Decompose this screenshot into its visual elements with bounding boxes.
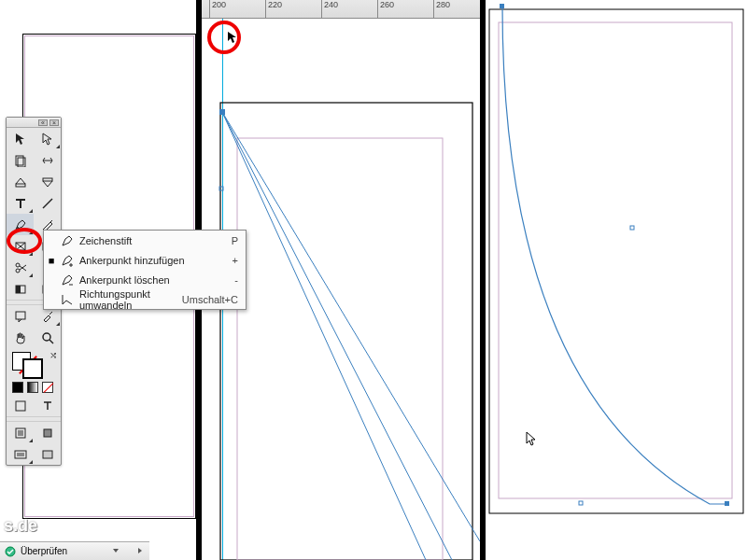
content-placer-tool[interactable]: [34, 171, 61, 192]
svg-rect-4: [43, 178, 52, 181]
flyout-shortcut: +: [233, 255, 238, 266]
svg-rect-25: [17, 453, 24, 456]
horizontal-ruler[interactable]: 200 220 240 260 280: [202, 0, 480, 19]
convert-point-icon: [59, 293, 76, 306]
svg-rect-18: [16, 312, 25, 319]
flyout-item-pen[interactable]: Zeichenstift P: [44, 231, 246, 250]
formatting-container-icon[interactable]: [7, 395, 34, 416]
svg-point-5: [17, 227, 19, 229]
line-tool[interactable]: [34, 192, 61, 214]
toolbox-collapse-icon[interactable]: «: [38, 119, 48, 126]
flyout-shortcut: P: [232, 235, 238, 246]
content-collector-tool[interactable]: [7, 171, 34, 192]
direct-selection-tool[interactable]: [34, 128, 61, 149]
screen-mode-secondary[interactable]: [34, 443, 61, 465]
svg-rect-33: [500, 4, 504, 8]
pen-tool-flyout: Zeichenstift P ■ Ankerpunkt hinzufügen +…: [43, 230, 247, 310]
flyout-item-delete-anchor[interactable]: Ankerpunkt löschen -: [44, 270, 246, 289]
pen-tool[interactable]: [7, 214, 34, 235]
svg-rect-16: [16, 286, 21, 293]
panel-right: [486, 0, 747, 560]
toolbox-header[interactable]: « ×: [7, 118, 61, 128]
status-label: Überprüfen: [21, 546, 108, 556]
selection-tool[interactable]: [7, 128, 34, 149]
pen-icon: [59, 234, 76, 247]
svg-rect-34: [725, 501, 729, 506]
flyout-label: Zeichenstift: [79, 235, 228, 246]
flyout-item-convert-point[interactable]: Richtungspunkt umwandeln Umschalt+C: [44, 289, 246, 309]
svg-point-8: [16, 269, 20, 273]
ruler-tick: 260: [377, 0, 394, 18]
svg-point-9: [16, 263, 20, 267]
flyout-label: Ankerpunkt hinzufügen: [79, 255, 229, 266]
note-tool[interactable]: [7, 305, 34, 327]
flyout-item-add-anchor[interactable]: ■ Ankerpunkt hinzufügen +: [44, 250, 246, 270]
svg-rect-22: [18, 430, 23, 436]
svg-rect-35: [579, 501, 583, 505]
svg-rect-31: [489, 9, 743, 513]
apply-color-solid-icon[interactable]: [12, 382, 23, 393]
gradient-swatch-tool[interactable]: [7, 278, 34, 300]
pen-plus-icon: [59, 254, 76, 267]
preview-view-mode[interactable]: [34, 422, 61, 443]
svg-rect-26: [43, 451, 52, 458]
svg-point-19: [43, 333, 50, 341]
watermark-text: s.de: [4, 516, 37, 536]
flyout-label: Ankerpunkt löschen: [79, 274, 231, 286]
rectangle-frame-tool[interactable]: [7, 235, 34, 257]
statusbar: Überprüfen: [0, 541, 149, 560]
formatting-text-icon[interactable]: [34, 395, 61, 416]
scissors-tool[interactable]: [7, 257, 34, 278]
apply-none-icon[interactable]: [42, 382, 53, 393]
apply-color-row: [7, 380, 61, 395]
svg-rect-36: [630, 226, 634, 230]
ruler-tick: 220: [265, 0, 282, 18]
flyout-label: Richtungspunkt umwandeln: [79, 288, 178, 311]
ruler-tick: 240: [321, 0, 338, 18]
preflight-icon[interactable]: [4, 545, 17, 558]
apply-gradient-icon[interactable]: [27, 382, 38, 393]
flyout-selected-marker: ■: [48, 255, 55, 266]
svg-rect-23: [44, 429, 51, 437]
svg-rect-3: [16, 184, 25, 187]
flyout-shortcut: -: [234, 274, 238, 286]
status-dropdown[interactable]: [112, 547, 121, 556]
status-pager[interactable]: [136, 547, 146, 556]
hand-tool[interactable]: [7, 327, 34, 348]
fill-stroke-swatch[interactable]: ⤭: [7, 348, 61, 380]
svg-rect-20: [16, 401, 25, 411]
pen-minus-icon: [59, 273, 76, 287]
ruler-tick: 280: [433, 0, 450, 18]
flyout-shortcut: Umschalt+C: [182, 294, 238, 305]
page-tool[interactable]: [7, 149, 34, 171]
zoom-tool[interactable]: [34, 327, 61, 348]
swap-fill-stroke-icon[interactable]: ⤭: [49, 350, 57, 360]
ruler-tick: 200: [209, 0, 226, 18]
svg-rect-29: [219, 109, 225, 115]
type-tool[interactable]: [7, 192, 34, 214]
screen-mode-normal[interactable]: [7, 443, 34, 465]
toolbox-close-icon[interactable]: ×: [49, 119, 59, 126]
right-artwork: [486, 0, 747, 560]
normal-view-mode[interactable]: [7, 422, 34, 443]
gap-tool[interactable]: [34, 149, 61, 171]
